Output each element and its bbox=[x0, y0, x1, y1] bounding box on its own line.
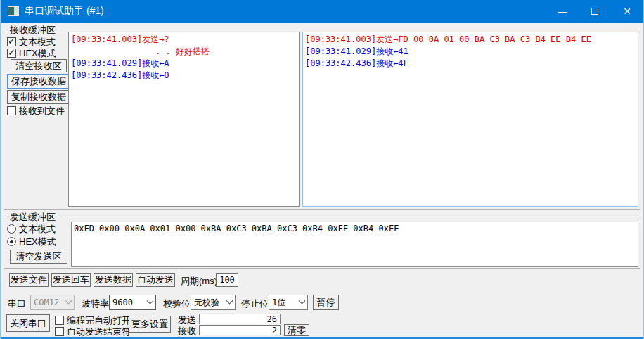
log-line: [09:33:41.003]发送→FD 00 0A 01 00 BA C3 BA… bbox=[305, 34, 636, 46]
checkbox-icon bbox=[7, 49, 16, 58]
window-controls: — ✕ bbox=[546, 0, 643, 23]
auto-open-checkbox[interactable]: 编程完自动打开 bbox=[55, 315, 131, 326]
receive-text-log[interactable]: [09:33:41.003]发送→?. . 好好搭搭[09:33:41.029]… bbox=[68, 32, 300, 207]
port-combobox[interactable]: COM12 bbox=[30, 295, 75, 310]
log-line: [09:33:41.029]接收←41 bbox=[305, 46, 636, 58]
pause-button[interactable]: 暂停 bbox=[313, 295, 339, 310]
recv-text-mode-checkbox[interactable]: 文本模式 bbox=[7, 37, 56, 47]
send-group-label: 发送缓冲区 bbox=[8, 211, 58, 224]
send-data-button[interactable]: 发送数据 bbox=[94, 273, 133, 287]
chevron-down-icon bbox=[147, 297, 154, 304]
receive-group-label: 接收缓冲区 bbox=[8, 24, 58, 37]
log-line: [09:33:42.436]接收←O bbox=[71, 70, 297, 82]
recv-hex-mode-checkbox[interactable]: HEX模式 bbox=[7, 48, 56, 58]
send-buffer-group: 发送缓冲区 文本模式 HEX模式 清空发送区 0xFD 0x00 0x0A 0x… bbox=[4, 217, 640, 269]
stopbit-label: 停止位 bbox=[241, 298, 269, 310]
log-line: . . 好好搭搭 bbox=[71, 46, 297, 58]
chevron-down-icon bbox=[299, 297, 306, 304]
checkbox-icon bbox=[7, 37, 16, 46]
app-window: 串口调试助手 (#1) — ✕ 接收缓冲区 文本模式 HEX模式 清空接收区 保… bbox=[0, 0, 644, 339]
port-value: COM12 bbox=[34, 298, 59, 307]
parity-label: 校验位 bbox=[163, 298, 191, 310]
maximize-icon bbox=[591, 8, 598, 15]
send-hex-mode-radio[interactable]: HEX模式 bbox=[7, 236, 56, 247]
log-line: [09:33:41.003]发送→? bbox=[71, 34, 297, 46]
recv-to-file-label: 接收到文件 bbox=[19, 105, 65, 117]
checkbox-icon bbox=[7, 106, 16, 115]
save-receive-button[interactable]: 保存接收数据 bbox=[7, 74, 70, 89]
send-buffer-input[interactable]: 0xFD 0x00 0x0A 0x01 0x00 0xBA 0xC3 0xBA … bbox=[71, 222, 638, 267]
parity-combobox[interactable]: 无校验 bbox=[191, 295, 236, 310]
auto-send-button[interactable]: 自动发送 bbox=[136, 273, 175, 287]
received-counter-value: 2 bbox=[199, 325, 281, 335]
send-text-mode-radio[interactable]: 文本模式 bbox=[7, 224, 56, 234]
close-port-button[interactable]: 关闭串口 bbox=[6, 314, 50, 332]
checkbox-icon bbox=[55, 316, 64, 325]
more-settings-button[interactable]: 更多设置 bbox=[129, 316, 171, 333]
period-input[interactable]: 100 bbox=[216, 273, 238, 287]
receive-buffer-group: 接收缓冲区 文本模式 HEX模式 清空接收区 保存接收数据 复制接收数据 接收到… bbox=[4, 30, 640, 210]
receive-hex-log[interactable]: [09:33:41.003]发送→FD 00 0A 01 00 BA C3 BA… bbox=[302, 32, 638, 207]
app-icon bbox=[8, 6, 19, 16]
chevron-down-icon bbox=[65, 297, 72, 304]
radio-icon bbox=[7, 237, 16, 246]
clear-send-button[interactable]: 清空发送区 bbox=[10, 250, 67, 264]
baud-label: 波特率 bbox=[82, 298, 109, 310]
clear-counters-button[interactable]: 清零 bbox=[284, 324, 309, 336]
baud-combobox[interactable]: 9600 bbox=[109, 295, 156, 310]
title-bar: 串口调试助手 (#1) — ✕ bbox=[1, 0, 643, 23]
auto-terminator-checkbox[interactable]: 自动发送结束符 bbox=[55, 326, 131, 337]
log-line: [09:33:42.436]接收←4F bbox=[305, 58, 636, 70]
sent-counter-value: 26 bbox=[199, 314, 281, 324]
close-button[interactable]: ✕ bbox=[611, 0, 643, 23]
chevron-down-icon bbox=[226, 297, 233, 304]
maximize-button[interactable] bbox=[579, 0, 611, 23]
window-title: 串口调试助手 (#1) bbox=[25, 5, 104, 18]
log-line: [09:33:41.029]接收←A bbox=[71, 58, 297, 70]
clear-receive-button[interactable]: 清空接收区 bbox=[11, 59, 67, 72]
port-label: 串口 bbox=[8, 298, 26, 310]
radio-icon bbox=[7, 224, 16, 234]
recv-hex-mode-label: HEX模式 bbox=[19, 47, 56, 60]
parity-value: 无校验 bbox=[194, 297, 219, 309]
minimize-button[interactable]: — bbox=[546, 0, 579, 23]
checkbox-icon bbox=[55, 327, 64, 336]
baud-value: 9600 bbox=[112, 298, 133, 307]
send-enter-button[interactable]: 发送回车 bbox=[51, 273, 91, 287]
recv-to-file-checkbox[interactable]: 接收到文件 bbox=[7, 105, 65, 116]
copy-receive-button[interactable]: 复制接收数据 bbox=[7, 90, 70, 104]
stopbit-value: 1位 bbox=[272, 297, 285, 309]
period-label: 周期(ms) bbox=[181, 275, 217, 288]
send-text-mode-label: 文本模式 bbox=[19, 223, 56, 236]
send-file-button[interactable]: 发送文件 bbox=[9, 273, 49, 287]
auto-terminator-label: 自动发送结束符 bbox=[67, 326, 131, 338]
stopbit-combobox[interactable]: 1位 bbox=[269, 295, 308, 310]
received-counter-label: 接收 bbox=[178, 325, 196, 338]
send-hex-mode-label: HEX模式 bbox=[19, 236, 56, 248]
